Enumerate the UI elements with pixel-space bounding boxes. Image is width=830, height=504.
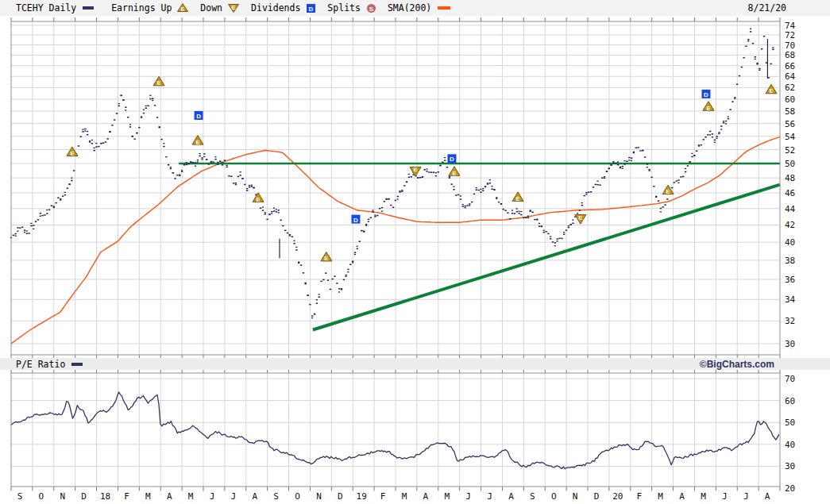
svg-text:20: 20 — [785, 483, 795, 494]
svg-text:D: D — [338, 491, 343, 502]
price-tick-dashes — [10, 29, 774, 319]
price-and-pe-chart: EEEEEEEEEEEEDDDD747270686664626058565452… — [0, 0, 830, 504]
earnings-up-marker: E — [253, 193, 264, 203]
svg-text:E: E — [157, 79, 161, 87]
x-axis-month-labels: SOND18FMAMJJASOND19FMAMJJASOND20FMAMJJA — [17, 491, 770, 502]
svg-text:38: 38 — [785, 256, 795, 266]
svg-text:70: 70 — [785, 40, 795, 51]
svg-text:60: 60 — [785, 396, 795, 406]
svg-text:34: 34 — [785, 294, 796, 305]
svg-text:48: 48 — [785, 173, 795, 183]
svg-text:J: J — [231, 491, 237, 502]
svg-text:N: N — [573, 491, 578, 502]
svg-text:E: E — [769, 87, 773, 94]
svg-text:40: 40 — [785, 440, 795, 450]
svg-text:N: N — [60, 491, 65, 502]
svg-text:19: 19 — [357, 491, 367, 502]
svg-text:S: S — [273, 491, 279, 502]
earnings-up-marker: E — [321, 252, 332, 262]
svg-text:50: 50 — [785, 417, 795, 428]
svg-text:D: D — [81, 491, 87, 502]
svg-text:30: 30 — [785, 461, 795, 471]
svg-text:D: D — [450, 156, 454, 163]
svg-text:M: M — [658, 491, 663, 502]
svg-text:68: 68 — [785, 50, 795, 60]
earnings-up-marker: E — [153, 76, 164, 87]
earnings-up-marker: E — [449, 167, 460, 177]
svg-text:E: E — [706, 105, 710, 112]
bigcharts-page: TCEHY Daily Earnings Up E Down E Dividen… — [0, 0, 830, 504]
svg-text:S: S — [530, 491, 535, 502]
svg-text:E: E — [516, 195, 520, 202]
svg-text:44: 44 — [785, 204, 796, 214]
svg-text:46: 46 — [785, 188, 795, 198]
svg-text:M: M — [188, 491, 194, 502]
dividend-marker: D — [447, 154, 456, 163]
svg-text:E: E — [452, 170, 456, 177]
earnings-up-marker: E — [67, 147, 78, 157]
svg-text:E: E — [413, 166, 417, 173]
earnings-down-marker: E — [575, 214, 586, 225]
svg-text:A: A — [508, 491, 514, 502]
dividend-marker: D — [195, 111, 203, 120]
event-markers: EEEEEEEEEEEEDDDD — [67, 76, 777, 262]
svg-text:J: J — [487, 491, 492, 502]
svg-text:F: F — [124, 491, 129, 502]
svg-text:20: 20 — [612, 491, 623, 502]
svg-text:18: 18 — [100, 491, 110, 502]
svg-text:58: 58 — [785, 106, 795, 117]
svg-text:66: 66 — [785, 61, 795, 71]
dividend-marker: D — [701, 90, 710, 98]
price-y-axis-labels: 7472706866646260585654525048464442403836… — [785, 21, 796, 349]
svg-text:M: M — [145, 491, 151, 502]
svg-text:J: J — [722, 491, 728, 502]
svg-text:F: F — [636, 491, 642, 502]
svg-text:D: D — [196, 113, 201, 120]
svg-text:E: E — [70, 150, 74, 157]
svg-text:40: 40 — [785, 237, 795, 248]
svg-text:E: E — [666, 188, 670, 195]
pe-y-axis-labels: 706050403020 — [785, 374, 795, 494]
svg-text:A: A — [765, 491, 770, 502]
earnings-up-marker: E — [512, 192, 523, 202]
trend-line — [313, 185, 780, 330]
svg-text:72: 72 — [785, 30, 795, 40]
svg-text:D: D — [704, 91, 708, 98]
svg-text:32: 32 — [785, 316, 795, 326]
svg-text:D: D — [353, 217, 358, 224]
pe-ratio-bar: P/E Ratio ©BigCharts.com — [0, 358, 830, 370]
svg-text:E: E — [196, 139, 200, 146]
svg-text:E: E — [324, 255, 328, 262]
svg-text:A: A — [167, 491, 172, 502]
svg-text:O: O — [551, 491, 557, 502]
svg-text:M: M — [402, 491, 407, 502]
bigcharts-copyright: ©BigCharts.com — [700, 359, 774, 370]
svg-text:50: 50 — [785, 159, 795, 169]
dividend-marker: D — [351, 215, 360, 224]
svg-text:30: 30 — [785, 339, 795, 349]
svg-text:E: E — [257, 196, 261, 203]
svg-text:J: J — [743, 491, 749, 502]
svg-text:A: A — [252, 491, 257, 502]
svg-text:F: F — [380, 491, 386, 502]
svg-text:O: O — [39, 491, 44, 502]
svg-text:A: A — [679, 491, 685, 502]
svg-text:M: M — [701, 491, 706, 502]
svg-text:N: N — [316, 491, 322, 502]
svg-text:S: S — [17, 491, 23, 502]
svg-text:64: 64 — [785, 71, 796, 82]
svg-text:O: O — [295, 491, 300, 502]
grid-lines — [11, 21, 780, 487]
svg-text:E: E — [578, 214, 582, 221]
pe-ratio-line — [11, 392, 779, 469]
svg-text:A: A — [423, 491, 429, 502]
svg-text:56: 56 — [785, 119, 795, 129]
svg-text:62: 62 — [785, 83, 795, 93]
pe-series-swatch — [71, 363, 83, 366]
svg-text:J: J — [465, 491, 471, 502]
svg-text:36: 36 — [785, 275, 795, 285]
svg-text:J: J — [210, 491, 215, 502]
earnings-up-marker: E — [662, 185, 674, 195]
svg-text:60: 60 — [785, 94, 795, 105]
earnings-up-marker: E — [703, 102, 714, 112]
